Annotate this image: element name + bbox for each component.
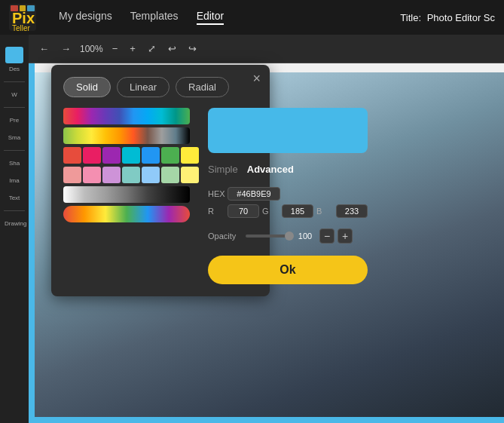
opacity-value: 100 [295, 231, 315, 241]
radial-tab[interactable]: Radial [176, 77, 229, 97]
opacity-controls: − + [319, 228, 353, 244]
g-input[interactable] [282, 204, 313, 218]
swatch-purple[interactable] [102, 147, 121, 164]
left-sidebar: Des W Pre Sma Sha Ima Text Drawing [0, 35, 29, 423]
swatch-light-green[interactable] [161, 167, 179, 183]
nav-my-designs[interactable]: My designs [59, 10, 112, 25]
swatch-blue[interactable] [142, 147, 160, 164]
opacity-row: Opacity 100 − + [208, 228, 368, 244]
nav-editor[interactable]: Editor [197, 10, 225, 25]
swatch-light-pink[interactable] [83, 167, 101, 183]
cyan-border-bottom [29, 417, 504, 423]
logo: Pix Teller [9, 4, 36, 31]
toolbar-redo-btn[interactable]: ↪ [185, 41, 200, 56]
close-button[interactable]: × [252, 71, 261, 87]
sidebar-item-ima[interactable]: Ima [3, 173, 26, 189]
sidebar-item-text[interactable]: Text [3, 190, 26, 206]
sidebar-label-pre: Pre [5, 117, 24, 124]
ok-button[interactable]: Ok [208, 256, 368, 284]
sidebar-divider-3 [4, 150, 25, 151]
swatches-panel [63, 108, 199, 284]
des-color-box [5, 47, 23, 63]
toolbar-back-btn[interactable]: ← [36, 41, 52, 56]
toolbar-zoom-in-btn[interactable]: + [127, 41, 139, 56]
swatch-row-6 [63, 206, 199, 222]
color-controls: Simple Advanced HEX R G [199, 108, 368, 284]
logo-icon: Pix Teller [9, 4, 36, 31]
advanced-mode-tab[interactable]: Advanced [247, 164, 294, 175]
svg-rect-4 [20, 5, 26, 11]
solid-tab[interactable]: Solid [63, 77, 111, 97]
swatch-light-red[interactable] [63, 167, 81, 183]
sidebar-item-des[interactable]: Des [3, 42, 26, 77]
nav-title: Title: Photo Editor Sc [400, 12, 495, 23]
swatch-row-3 [63, 147, 199, 164]
rgb-input-row: R G B [208, 204, 368, 218]
g-label: G [262, 207, 279, 216]
swatch-yellow[interactable] [181, 147, 199, 164]
toolbar-zoom-out-btn[interactable]: − [109, 41, 121, 56]
sidebar-item-drawing[interactable]: Drawing [3, 216, 26, 231]
svg-rect-5 [27, 5, 35, 11]
toolbar-fit-btn[interactable]: ⤢ [145, 41, 159, 56]
color-preview-box [208, 108, 368, 153]
nav-links: My designs Templates Editor [59, 10, 224, 25]
toolbar-zoom-level: 100% [80, 44, 103, 54]
opacity-plus-btn[interactable]: + [338, 228, 353, 244]
b-input[interactable] [336, 204, 368, 218]
b-label: B [316, 207, 333, 216]
sidebar-item-w[interactable]: W [3, 87, 26, 103]
opacity-slider[interactable] [246, 234, 291, 238]
sidebar-divider-1 [4, 81, 25, 82]
hex-label: HEX [208, 189, 225, 198]
r-input[interactable] [228, 204, 259, 218]
sidebar-item-sha[interactable]: Sha [3, 155, 26, 171]
title-value[interactable]: Photo Editor Sc [427, 12, 495, 23]
gradient-swatch-gray[interactable] [63, 186, 190, 203]
simple-mode-tab[interactable]: Simple [208, 164, 238, 175]
toolbar-undo-btn[interactable]: ↩ [165, 41, 179, 56]
swatch-row-5 [63, 186, 199, 203]
sidebar-divider-2 [4, 107, 25, 108]
opacity-thumb[interactable] [285, 231, 294, 241]
sidebar-label-sha: Sha [5, 160, 24, 167]
sidebar-label-text: Text [5, 195, 24, 201]
hex-input[interactable] [228, 187, 280, 201]
linear-tab[interactable]: Linear [117, 77, 170, 97]
svg-text:Teller: Teller [12, 24, 31, 31]
sidebar-item-sma[interactable]: Sma [3, 130, 26, 146]
swatch-pink[interactable] [83, 147, 101, 164]
main-layout: Des W Pre Sma Sha Ima Text Drawing ← [0, 35, 504, 423]
swatch-cyan[interactable] [122, 147, 140, 164]
sidebar-item-pre[interactable]: Pre [3, 112, 26, 128]
sidebar-label-w: W [5, 91, 24, 98]
sidebar-label-ima: Ima [5, 177, 24, 184]
hex-input-row: HEX [208, 187, 368, 201]
swatch-light-yellow[interactable] [181, 167, 199, 183]
gradient-swatch-2[interactable] [63, 127, 190, 144]
swatch-row-4 [63, 167, 199, 183]
swatch-light-teal[interactable] [122, 167, 140, 183]
color-picker-popup: × Solid Linear Radial [51, 65, 270, 296]
gradient-tabs: Solid Linear Radial [63, 77, 258, 97]
toolbar-forward-btn[interactable]: → [58, 41, 74, 56]
opacity-minus-btn[interactable]: − [319, 228, 334, 244]
swatch-green[interactable] [161, 147, 179, 164]
editor-area: ← → 100% − + ⤢ ↩ ↪ [29, 35, 504, 423]
nav-templates[interactable]: Templates [130, 10, 179, 25]
editor-toolbar: ← → 100% − + ⤢ ↩ ↪ [29, 35, 504, 63]
gradient-swatch-1[interactable] [63, 108, 190, 124]
swatch-light-purple[interactable] [102, 167, 121, 183]
color-inputs: HEX R G B [208, 187, 368, 218]
swatch-light-blue[interactable] [142, 167, 160, 183]
navbar: Pix Teller My designs Templates Editor T… [0, 0, 504, 35]
gradient-swatch-rainbow[interactable] [63, 206, 190, 222]
swatch-red[interactable] [63, 147, 81, 164]
opacity-track [246, 234, 291, 238]
swatch-row-2 [63, 127, 199, 144]
sidebar-divider-4 [4, 210, 25, 211]
color-picker-inner: Simple Advanced HEX R G [63, 108, 258, 284]
r-label: R [208, 207, 225, 216]
sidebar-label-des: Des [5, 66, 24, 72]
sidebar-label-drawing: Drawing [5, 220, 24, 227]
